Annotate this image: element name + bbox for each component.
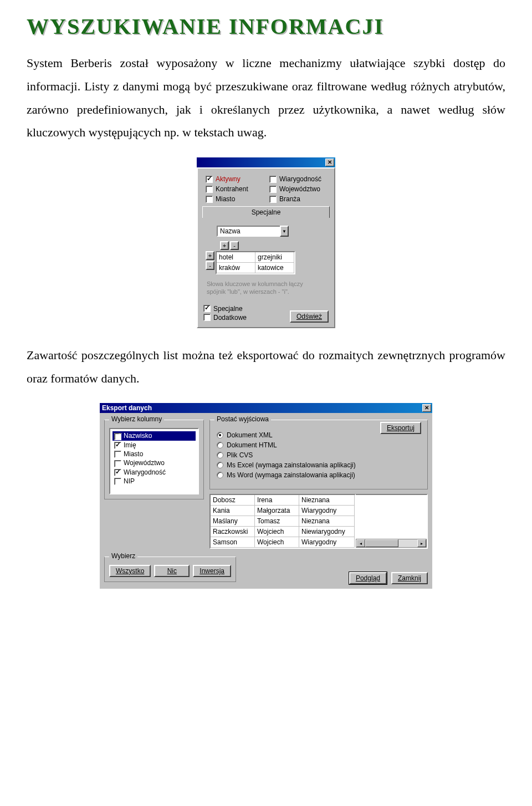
- invert-selection-button[interactable]: Inwersja: [193, 565, 231, 577]
- preview-cell: Niewiarygodny: [299, 527, 355, 537]
- columns-listbox[interactable]: NazwiskoImięMiastoWojewództwoWiarygodnoś…: [109, 428, 199, 494]
- preview-cell: Samson: [211, 537, 255, 548]
- select-all-button[interactable]: Wszystko: [109, 565, 151, 577]
- add-column-button[interactable]: +: [220, 241, 229, 250]
- tab-specjalne[interactable]: Specjalne: [202, 206, 330, 218]
- horizontal-scrollbar[interactable]: ◂ ▸: [356, 539, 427, 548]
- preview-button[interactable]: Podgląd: [349, 572, 387, 584]
- filter-dialog-titlebar: ✕: [197, 157, 335, 167]
- option-checkbox[interactable]: Dodatkowe: [203, 314, 247, 322]
- preview-cell: Wiarygodny: [299, 537, 355, 548]
- column-item[interactable]: Nazwisko: [112, 431, 196, 440]
- format-radio[interactable]: Dokument HTML: [217, 441, 421, 449]
- refresh-button[interactable]: Odśwież: [290, 310, 329, 323]
- preview-cell: Wiarygodny: [299, 506, 355, 516]
- export-button[interactable]: Eksportuj: [380, 422, 421, 434]
- field-dropdown[interactable]: Nazwa ▼: [217, 226, 289, 237]
- remove-column-button[interactable]: -: [230, 241, 239, 250]
- filter-checkbox[interactable]: Aktywny: [206, 175, 263, 183]
- close-icon[interactable]: ✕: [422, 404, 431, 412]
- scroll-right-icon[interactable]: ▸: [417, 539, 426, 547]
- filter-dialog: ✕ AktywnyWiarygodnośćKontrahentWojewództ…: [197, 157, 335, 328]
- preview-cell: Wojciech: [255, 537, 299, 548]
- column-item[interactable]: Województwo: [112, 458, 196, 467]
- add-row-button[interactable]: +: [206, 251, 214, 260]
- hint-line2: spójnik "lub", w wierszach - "i".: [207, 288, 289, 295]
- preview-cell: Kania: [211, 506, 255, 516]
- keywords-grid[interactable]: hotelgrzejnikikrakówkatowice: [216, 251, 295, 274]
- page-title: WYSZUKIWANIE INFORMACJI: [27, 13, 505, 39]
- export-dialog-titlebar: Eksport danych ✕: [100, 403, 432, 413]
- hint-line1: Słowa kluczowe w kolumnach łączy: [207, 280, 303, 287]
- preview-cell: Raczkowski: [211, 527, 255, 537]
- paragraph-1: System Berberis został wyposażony w licz…: [27, 52, 505, 144]
- chevron-down-icon[interactable]: ▼: [280, 226, 289, 237]
- remove-row-button[interactable]: -: [206, 261, 214, 270]
- preview-cell: Nieznana: [299, 495, 355, 506]
- preview-cell: Dobosz: [211, 495, 255, 506]
- close-button[interactable]: Zamknij: [391, 572, 428, 584]
- format-radio[interactable]: Ms Word (wymaga zainstalowania aplikacji…: [217, 471, 421, 479]
- columns-group: NazwiskoImięMiastoWojewództwoWiarygodnoś…: [104, 420, 204, 499]
- field-dropdown-value: Nazwa: [217, 226, 280, 237]
- filter-checkbox[interactable]: Województwo: [269, 185, 326, 193]
- keyword-cell[interactable]: hotel: [217, 252, 255, 263]
- filter-checkbox[interactable]: Branża: [269, 195, 326, 203]
- column-item[interactable]: NIP: [112, 477, 196, 486]
- column-item[interactable]: Miasto: [112, 450, 196, 458]
- keyword-cell[interactable]: katowice: [255, 263, 294, 273]
- filter-checkbox[interactable]: Miasto: [206, 195, 263, 203]
- select-none-button[interactable]: Nic: [154, 565, 190, 577]
- select-group: Wszystko Nic Inwersja: [104, 557, 236, 582]
- preview-cell: Wojciech: [255, 527, 299, 537]
- filter-checkbox[interactable]: Wiarygodność: [269, 175, 326, 183]
- filter-checkbox[interactable]: Kontrahent: [206, 185, 263, 193]
- preview-cell: Maślany: [211, 516, 255, 527]
- keyword-cell[interactable]: kraków: [217, 263, 255, 273]
- preview-pane: DoboszIrenaNieznanaKaniaMałgorzataWiaryg…: [209, 494, 428, 549]
- preview-cell: Nieznana: [299, 516, 355, 527]
- keyword-cell[interactable]: grzejniki: [255, 252, 294, 263]
- scroll-left-icon[interactable]: ◂: [356, 539, 365, 547]
- column-item[interactable]: Wiarygodność: [112, 468, 196, 477]
- format-radio[interactable]: Plik CVS: [217, 451, 421, 459]
- preview-cell: Tomasz: [255, 516, 299, 527]
- export-dialog-title: Eksport danych: [102, 404, 152, 412]
- format-radio[interactable]: Ms Excel (wymaga zainstalowania aplikacj…: [217, 461, 421, 469]
- export-dialog: Eksport danych ✕ NazwiskoImięMiastoWojew…: [100, 403, 432, 589]
- preview-cell: Małgorzata: [255, 506, 299, 516]
- preview-cell: Irena: [255, 495, 299, 506]
- option-checkbox[interactable]: Specjalne: [203, 305, 247, 313]
- paragraph-2: Zawartość poszczególnych list można też …: [27, 344, 505, 390]
- close-icon[interactable]: ✕: [325, 159, 334, 166]
- column-item[interactable]: Imię: [112, 441, 196, 450]
